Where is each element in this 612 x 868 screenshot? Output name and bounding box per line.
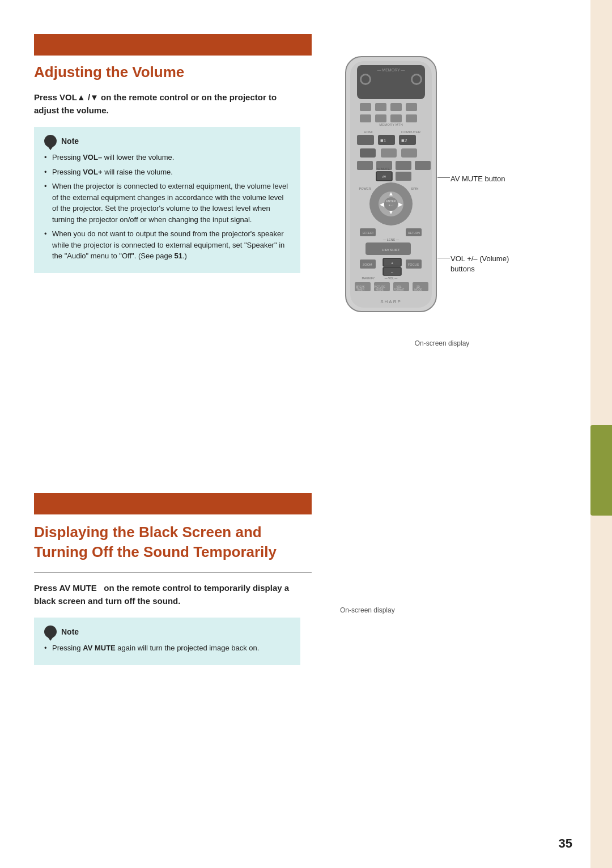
svg-text:MODE: MODE [414,288,422,291]
av-mute-line [437,177,450,178]
note-item-3: When the projector is connected to exter… [44,181,290,225]
note-item-2: Pressing VOL+ will raise the volume. [44,167,290,178]
svg-text:–: – [391,270,393,274]
svg-rect-24 [360,148,376,158]
av-mute-label: AV MUTE button [450,175,505,183]
section2-header-bar [34,493,312,514]
svg-text:A→J: A→J [389,204,394,207]
section2-note-header: Note [44,626,290,638]
svg-point-6 [413,75,420,83]
vol-line [437,258,450,258]
section1-header-bar [34,34,312,56]
svg-text:MODE: MODE [376,288,384,291]
svg-rect-14 [390,114,402,122]
svg-rect-27 [357,161,373,170]
svg-rect-12 [360,114,371,122]
svg-text:▶: ▶ [398,201,403,207]
svg-text:SHARP: SHARP [380,299,402,304]
section2-title: Displaying the Black Screen and Turning … [34,522,295,562]
svg-text:FORMAT: FORMAT [394,288,405,291]
svg-text:FOCUS: FOCUS [408,263,419,266]
section2-note-list: Pressing AV MUTE again will turn the pro… [44,643,290,654]
onscreen-label-1: On-screen display [329,339,555,347]
svg-text:+: + [391,261,393,265]
section1-note-list: Pressing VOL– will lower the volume. Pre… [44,152,290,262]
svg-text:◀: ◀ [380,201,384,207]
sidebar-tab [590,425,612,516]
svg-rect-19 [357,135,374,145]
svg-text:■2: ■2 [401,138,407,143]
note-icon [44,135,57,147]
section1-note-box: Note Pressing VOL– will lower the volume… [34,127,300,273]
svg-rect-10 [390,103,402,111]
svg-text:EFFECT: EFFECT [363,231,373,235]
svg-text:— LENS —: — LENS — [383,238,400,241]
svg-text:ZOOM: ZOOM [363,263,372,266]
section2-note-icon [44,626,57,638]
section1-subtitle: Press VOL▲ /▼ on the remote control or o… [34,91,300,117]
svg-rect-25 [381,148,397,158]
svg-text:POWER: POWER [359,187,371,190]
note-item-1: Pressing VOL– will lower the volume. [44,152,290,163]
svg-point-4 [362,75,369,83]
svg-text:COMPUTER: COMPUTER [401,130,421,134]
section2-subtitle: Press AV MUTE on the remote control to t… [34,582,300,607]
svg-rect-11 [406,103,417,111]
svg-text:▲: ▲ [388,190,394,197]
svg-rect-26 [401,148,417,158]
remote-control-svg: — MEMORY — MEMORY MTN HDMI COMPUTER [329,51,453,334]
note-header: Note [44,135,290,147]
svg-text:H&V SHIFT: H&V SHIFT [382,248,400,252]
svg-rect-34 [396,172,411,181]
vol-label: VOL +/– (Volume)buttons [450,254,509,274]
right-sidebar-decoration [590,0,612,868]
note-label: Note [61,137,79,146]
svg-text:— VOL —: — VOL — [385,276,398,280]
svg-text:AV MUTE: AV MUTE [376,167,390,171]
svg-rect-15 [406,114,417,122]
svg-rect-9 [375,103,386,111]
svg-rect-30 [415,161,431,170]
page-number: 35 [559,836,572,851]
svg-text:■1: ■1 [380,138,386,143]
svg-rect-8 [360,103,371,111]
svg-text:ENTER: ENTER [386,199,396,203]
section-black-screen: Displaying the Black Screen and Turning … [34,493,572,671]
svg-text:TIMER: TIMER [356,288,365,291]
svg-text:— MEMORY —: — MEMORY — [377,68,405,72]
svg-text:MEMORY MTN: MEMORY MTN [379,123,402,126]
svg-text:MAGNIFY: MAGNIFY [362,276,375,280]
page: Adjusting the Volume Press VOL▲ /▼ on th… [0,0,612,868]
section2-note-box: Note Pressing AV MUTE again will turn th… [34,618,300,665]
svg-text:HDMI: HDMI [364,130,373,134]
onscreen-label-2: On-screen display [340,606,395,614]
svg-rect-29 [396,161,411,170]
svg-text:SPIN: SPIN [411,187,419,190]
remote-control-area: — MEMORY — MEMORY MTN HDMI COMPUTER [329,51,555,347]
svg-text:RETURN: RETURN [408,231,420,235]
section2-note-label: Note [61,627,79,636]
note-item-4: When you do not want to output the sound… [44,228,290,262]
svg-rect-13 [375,114,386,122]
section2-divider [34,572,312,573]
section2-note-item-1: Pressing AV MUTE again will turn the pro… [44,643,290,654]
svg-text:AV: AV [382,175,386,178]
